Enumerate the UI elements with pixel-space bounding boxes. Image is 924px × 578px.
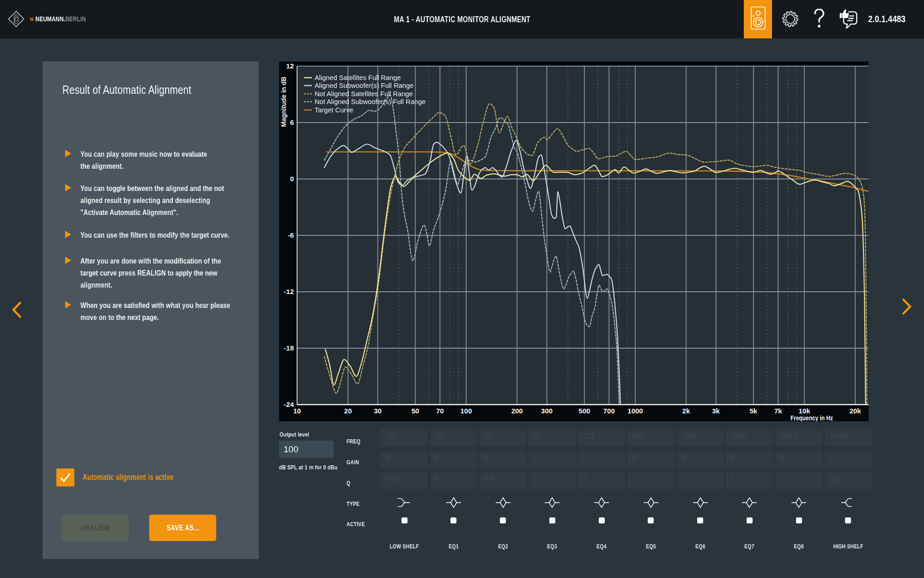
version-label: 2.0.1.4483	[868, 0, 909, 38]
help-button[interactable]	[811, 7, 827, 30]
eq-row-label-active: ACTIVE	[346, 521, 365, 528]
eq-q-input-4[interactable]: 2	[578, 472, 625, 489]
page-title-text: MA 1 - AUTOMATIC MONITOR ALIGNMENT	[394, 14, 530, 25]
eq-q-value: 0.3	[829, 475, 839, 484]
eq-q-input-2[interactable]: 0.5	[480, 472, 527, 489]
eq-active-checkbox-4[interactable]	[599, 517, 605, 523]
frequency-response-chart: 1260-6-12-18-24Magnitude in dB1020305070…	[279, 61, 869, 421]
eq-freq-input-4[interactable]: 120	[578, 429, 625, 446]
eq-freq-input-5[interactable]: 300	[627, 429, 675, 446]
settings-button[interactable]	[780, 9, 800, 29]
eq-active-checkbox-3[interactable]	[549, 517, 555, 523]
svg-text:5k: 5k	[749, 407, 757, 415]
eq-gain-input-2[interactable]: 0	[480, 451, 527, 468]
eq-freq-input-9[interactable]: 16000	[825, 429, 872, 446]
svg-text:0: 0	[290, 175, 294, 183]
svg-text:-18: -18	[284, 344, 294, 352]
eq-freq-input-8[interactable]: 12000	[775, 429, 822, 446]
legend-label: Not Aligned Subwoofer(s) Full Range	[315, 98, 426, 105]
eq-active-checkbox-7[interactable]	[747, 517, 753, 523]
monitor-alignment-tab-button[interactable]	[744, 0, 772, 38]
legend-label: Target Curve	[315, 106, 353, 114]
eq-row-label-q: Q	[346, 480, 350, 486]
eq-active-checkbox-9[interactable]	[845, 517, 851, 523]
svg-text:70: 70	[436, 407, 444, 415]
eq-freq-input-6[interactable]: 1000	[677, 429, 724, 446]
eq-gain-value: 0	[681, 454, 685, 463]
eq-gain-value: 0	[484, 454, 488, 463]
bullet-triangle-icon	[65, 184, 71, 191]
eq-q-input-7[interactable]: 1	[726, 472, 773, 489]
next-page-arrow[interactable]	[900, 298, 912, 315]
realign-label: REALIGN	[81, 524, 109, 532]
eq-gain-input-5[interactable]: 0	[627, 451, 675, 468]
eq-active-checkbox-1[interactable]	[450, 517, 456, 523]
legend-swatch-aligned-subwoofers	[304, 85, 312, 86]
eq-type-bell-icon	[643, 497, 659, 509]
eq-gain-input-3[interactable]: 0	[529, 451, 576, 468]
eq-type-bell-icon	[495, 497, 511, 509]
instructions-panel: Result of Automatic Alignment You can pl…	[43, 61, 259, 559]
eq-gain-input-1[interactable]: 0	[430, 451, 477, 468]
eq-active-checkbox-6[interactable]	[697, 517, 703, 523]
svg-text:20: 20	[344, 407, 352, 415]
eq-gain-value: 0	[533, 454, 537, 463]
instruction-line: move on to the next page.	[80, 312, 220, 324]
eq-type-low-shelf-icon	[396, 497, 412, 509]
instruction-line: You can use the filters to modify the ta…	[80, 229, 220, 241]
eq-active-checkbox-5[interactable]	[648, 517, 654, 523]
eq-active-checkbox-8[interactable]	[796, 517, 802, 523]
chart-legend: Aligned Satellites Full Range Aligned Su…	[304, 74, 426, 114]
auto-alignment-checkbox[interactable]	[56, 468, 74, 486]
instruction-line: You can play some music now to evaluate	[80, 148, 220, 160]
eq-band-name: EQ7	[727, 543, 772, 550]
eq-q-input-1[interactable]: 3	[430, 472, 477, 489]
auto-alignment-label: Automatic alignment is active	[83, 473, 173, 482]
svg-text:2k: 2k	[682, 407, 690, 415]
eq-type-bell-icon	[594, 497, 609, 509]
eq-band-name: EQ4	[579, 543, 624, 550]
eq-type-bell-icon	[791, 497, 807, 509]
save-as-button[interactable]: SAVE AS...	[149, 515, 216, 541]
feedback-thumbs-up-chat-icon	[838, 8, 859, 30]
eq-freq-input-0[interactable]: 100	[381, 429, 428, 446]
eq-q-input-6[interactable]: 1	[677, 472, 724, 489]
eq-freq-input-1[interactable]: 20	[430, 429, 477, 446]
eq-active-checkbox-0[interactable]	[401, 517, 407, 523]
eq-freq-value: 80	[533, 432, 541, 441]
eq-active-checkbox-2[interactable]	[500, 517, 506, 523]
eq-q-input-9[interactable]: 0.3	[825, 472, 872, 489]
eq-freq-input-2[interactable]: 30	[480, 429, 527, 446]
eq-q-input-8[interactable]: 1	[775, 472, 822, 489]
eq-row-label-gain: GAIN	[346, 459, 359, 466]
previous-page-arrow[interactable]	[11, 301, 23, 319]
eq-freq-input-7[interactable]: 3000	[726, 429, 773, 446]
legend-item: Aligned Subwoofer(s) Full Range	[304, 82, 426, 90]
checkmark-icon	[56, 468, 74, 486]
svg-text:-24: -24	[284, 400, 294, 408]
eq-freq-value: 30	[484, 432, 492, 441]
eq-q-input-5[interactable]: 1	[627, 472, 675, 489]
eq-gain-input-0[interactable]: 0	[381, 451, 428, 468]
eq-gain-input-8[interactable]: 0	[775, 451, 822, 468]
realign-button[interactable]: REALIGN	[61, 515, 129, 541]
eq-q-input-0[interactable]: 0.71	[381, 472, 428, 489]
eq-row-label-type: TYPE	[346, 500, 359, 507]
instruction-line: alignment.	[80, 279, 220, 291]
eq-freq-input-3[interactable]: 80	[529, 429, 576, 446]
svg-text:100: 100	[460, 407, 472, 415]
bullet-triangle-icon	[65, 301, 71, 308]
eq-type-bell-icon	[446, 497, 462, 509]
eq-gain-input-9[interactable]: 0	[825, 451, 872, 468]
eq-q-value: 1	[681, 475, 685, 484]
eq-gain-input-7[interactable]: 0	[726, 451, 773, 468]
svg-text:7k: 7k	[774, 407, 782, 415]
bullet-triangle-icon	[65, 231, 71, 238]
output-level-input[interactable]: 100	[279, 441, 334, 458]
legend-label: Not Aligned Satellites Full Range	[315, 90, 413, 98]
feedback-button[interactable]	[838, 8, 859, 30]
eq-gain-input-4[interactable]: 0	[578, 451, 625, 468]
eq-q-input-3[interactable]: 1	[529, 472, 576, 489]
legend-item: Target Curve	[304, 106, 426, 114]
eq-gain-input-6[interactable]: 0	[677, 451, 724, 468]
